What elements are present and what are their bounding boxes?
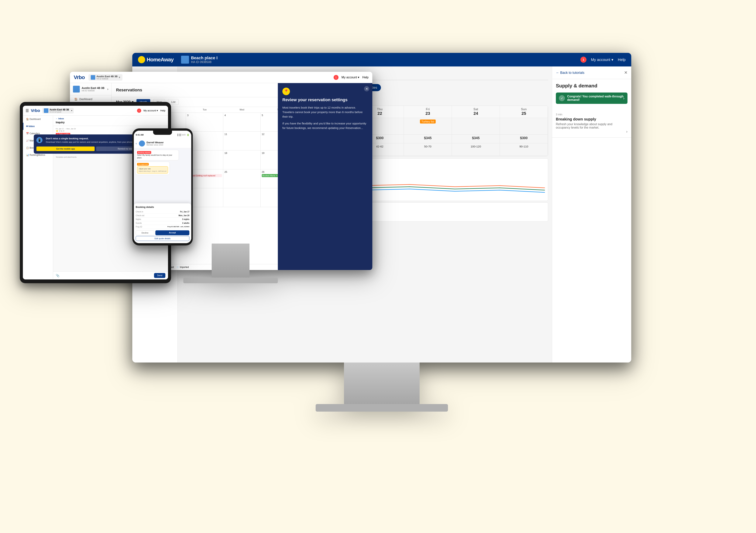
congrats-card: ✓ Congrats! You completed walk-through d…: [556, 92, 628, 106]
week-day-sat24: Sat 24: [452, 106, 500, 118]
vrbo-view-list-label: List: [171, 100, 176, 103]
vrbo-notification-bell[interactable]: 1: [334, 75, 338, 80]
phone-adjust-rate-label: Adjust your rate: [139, 168, 166, 170]
tablet-inquiry-guests: ⭐ 3 to 3: [56, 130, 76, 132]
desktop-stand-neck: [212, 243, 250, 278]
congrats-check-icon: ✓: [559, 95, 565, 101]
vrbo-property-dropdown-icon: ▾: [119, 76, 120, 79]
back-to-tutorials-btn[interactable]: ← Back to tutorials: [556, 71, 584, 75]
legend-imported: Imported: [177, 266, 189, 268]
cal-day-25[interactable]: 25: [223, 169, 260, 188]
tablet-attachment-icon[interactable]: 📎: [56, 274, 60, 277]
tablet-nav-inbox[interactable]: ✉ Inbox: [23, 123, 53, 130]
ha-notification-bell[interactable]: 1: [580, 57, 586, 63]
turkey-list-badge: Turkey list: [420, 119, 436, 123]
vrbo-property-thumb: [91, 75, 95, 80]
phone-signal-icon: ▐▐▐: [177, 134, 181, 136]
tablet-inquiry-date-label: Fri, Jan 17 → Mon, Jan 20: [56, 128, 76, 130]
phone-battery-icon: 🔋: [187, 134, 189, 136]
imported-legend-dot: [177, 266, 178, 268]
tablet-help-btn[interactable]: Help: [160, 109, 165, 112]
phone-device: 9:41 AM ▐▐▐ WiFi 🔋 ‹ Darrell Weaver Memb…: [132, 128, 193, 245]
tablet-topbar: ☰ Vrbo Austin East 4B 3B HA ID 0x7y/p48 …: [23, 106, 168, 115]
phone-booking-title: Booking details: [136, 206, 189, 209]
vrbo-nav-dashboard-label: Dashboard: [79, 98, 93, 101]
cell-res-fri23: Turkey list: [404, 118, 452, 135]
cell-rate-sun25: $300: [500, 135, 548, 143]
phone-decline-btn[interactable]: Decline: [136, 230, 154, 235]
vrbo-my-account-btn[interactable]: My account ▾: [341, 76, 359, 79]
cell-search-sat24: 100-120: [452, 143, 500, 156]
ha-my-account-label: My account: [591, 58, 610, 62]
congrats-arrow-icon: ›: [623, 96, 624, 100]
tablet-popup-get-app-btn[interactable]: Get the mobile app: [37, 146, 95, 151]
panel-article[interactable]: 3 min Breaking down supply Refresh your …: [552, 109, 631, 138]
tablet-send-btn[interactable]: Send: [154, 273, 165, 278]
ha-help-label: Help: [618, 58, 626, 62]
tablet-vrbo-logo: Vrbo: [31, 108, 40, 113]
phone-checkout-value: Mon, Jan 20: [178, 215, 189, 216]
cal-day-4[interactable]: 4: [223, 113, 260, 132]
congrats-banner: ✓ Congrats! You completed walk-through d…: [556, 92, 628, 104]
ha-help-btn[interactable]: Help: [618, 58, 626, 62]
tablet-menu-icon[interactable]: ☰: [25, 108, 29, 113]
ha-my-account-btn[interactable]: My account ▾: [591, 57, 613, 62]
phone-chat-header: ‹ Darrell Weaver Member since 2019: [134, 139, 191, 148]
tablet-my-account-btn[interactable]: My account ▾: [144, 109, 158, 112]
vrbo-help-btn[interactable]: Help: [362, 76, 368, 79]
vrbo-my-account-label: My account: [341, 76, 357, 79]
phone-accept-btn[interactable]: Accept: [155, 230, 189, 235]
tablet-popup-phone-icon: 📱: [37, 137, 42, 143]
vrbo-property-name: Austin East 4B 3B: [96, 75, 118, 78]
week-day-sun25: Sun 25: [500, 106, 548, 118]
vrbo-account-chevron: ▾: [358, 76, 359, 79]
panel-close-btn[interactable]: ✕: [624, 70, 628, 75]
tablet-nav-dashboard[interactable]: 🏠 Dashboard: [23, 115, 53, 123]
cell-rate-fri23: $345: [404, 135, 452, 143]
ha-logo-text: HomeAway: [147, 57, 174, 63]
congrats-title: Congrats! You completed walk-through dem…: [567, 95, 624, 102]
tablet-back-link[interactable]: ← Inbox: [56, 117, 165, 120]
vrbo-topbar-right: 1 My account ▾ Help: [334, 75, 368, 80]
phone-notch: [153, 131, 172, 135]
vrbo-sidebar-prop-chevron[interactable]: ›: [107, 88, 108, 91]
phone-guests-label: Guests: [136, 222, 142, 224]
tablet-notification-bell[interactable]: 1: [137, 109, 141, 113]
tablet-topbar-right: 1 My account ▾ Help: [137, 109, 165, 113]
overlay-text-2: If you have the flexibility and you'd li…: [283, 121, 368, 130]
phone-time: 9:41 AM: [136, 134, 144, 136]
cell-res-sat24: [452, 118, 500, 135]
vrbo-help-label: Help: [362, 76, 368, 79]
phone-booking-request-chip: Booking request: [137, 151, 177, 154]
vrbo-page-title: Reservations: [116, 88, 142, 92]
phone-booking-row-checkout: Check-out Mon, Jan 20: [136, 214, 189, 217]
ha-property-info[interactable]: Beach place I HA ID 0938508: [181, 56, 218, 64]
article-title: Breaking down supply: [556, 117, 628, 121]
phone-back-arrow-btn[interactable]: ‹: [136, 142, 137, 145]
vrbo-property-chip[interactable]: Austin East 4B 3B HA ID 938508 ▾: [89, 74, 122, 81]
overlay-title: Review your reservation settings: [283, 97, 368, 102]
phone-wifi-icon: WiFi: [182, 134, 186, 136]
tablet-message-footer: 📎 Send: [53, 271, 168, 279]
vrbo-nav-dashboard[interactable]: 🏠 Dashboard: [70, 95, 111, 103]
overlay-text-1: Most travelers book their trips up to 12…: [283, 105, 368, 119]
vrbo-property-id: HA ID 938508: [96, 78, 118, 80]
ha-right-panel: ← Back to tutorials ✕ Supply & demand ✓ …: [552, 66, 631, 363]
phone-booking-row-checkin: Check-in Fri, Jan 17: [136, 210, 189, 214]
phone-msg-pre-approval: Pre-approval Adjust your rate Adjust rat…: [135, 162, 170, 175]
phone-adjust-rate-box: Adjust your rate Adjust rates Aug 1 - Au…: [137, 166, 168, 173]
tablet-inquiry-header: Inquiry: [56, 121, 165, 124]
phone-msg-incoming-text: Hello! My family would love to stay at y…: [137, 154, 172, 159]
overlay-close-btn[interactable]: ✕: [364, 86, 369, 91]
vrbo-logo: Vrbo: [74, 74, 85, 80]
article-arrow-icon[interactable]: ›: [626, 129, 628, 134]
cal-day-11[interactable]: 11: [223, 132, 260, 150]
cal-day-18[interactable]: 18: [223, 150, 260, 169]
tablet-inbox-header: ← Inbox Inquiry: [53, 115, 168, 126]
phone-edit-quote-btn[interactable]: Edit quote details: [136, 236, 189, 241]
phone-nights-value: 3 nights: [182, 218, 189, 220]
phone-booking-row-prop: Prop ID Prop ID 3827305 - unit, AZ0003: [136, 225, 189, 229]
dow-wed: Wed: [223, 107, 260, 113]
tablet-property-chip[interactable]: Austin East 4B 3B HA ID 0x7y/p48 ▾: [42, 108, 74, 114]
ha-property-thumbnail: [181, 56, 189, 63]
